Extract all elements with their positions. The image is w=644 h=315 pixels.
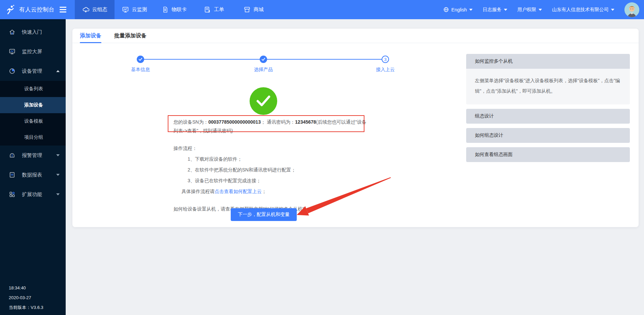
step-basic-info: 基本信息 <box>131 56 150 73</box>
sidebar-item-label: 设备管理 <box>22 68 50 74</box>
chevron-down-icon <box>611 9 614 11</box>
menu-label: 日志服务 <box>483 7 502 13</box>
report-document-icon <box>9 171 15 178</box>
sidebar-footer: 18:34:40 2020-03-27 当前版本：V3.6.3 <box>9 283 43 312</box>
device-pie-icon <box>9 68 15 74</box>
monitor-chart-icon <box>122 6 129 13</box>
storefront-icon <box>244 6 251 13</box>
step-check-icon <box>137 56 144 63</box>
nav-tab-label: 云组态 <box>92 6 107 13</box>
nav-tab-label: 云监测 <box>132 6 147 13</box>
flow-step: 2、在软件中把系统分配的SN和通讯密码进行配置； <box>188 165 382 174</box>
sidebar-item-monitor-screen[interactable]: 监控大屏 <box>0 42 66 61</box>
help-item-title[interactable]: 如何监控多个从机 <box>466 54 630 69</box>
page-tabs: 添加设备 批量添加设备 <box>72 29 639 43</box>
tab-add-device[interactable]: 添加设备 <box>80 29 101 43</box>
top-navbar: 有人云控制台 云组态 云监测 <box>0 0 644 19</box>
sidebar-item-device-management[interactable]: 设备管理 <box>0 61 66 81</box>
sidebar-item-extensions[interactable]: 扩展功能 <box>0 185 66 204</box>
sidebar: 快速入门 监控大屏 设备管理 设备列表 添加设备 设备模板 <box>0 19 66 315</box>
nav-tab-work-order[interactable]: 工单 <box>194 0 234 19</box>
flow-step: 3、设备已在软件中配置完成连接； <box>188 176 382 185</box>
current-date: 2020-03-27 <box>9 293 43 303</box>
alarm-bell-icon <box>9 152 15 159</box>
version-line: 当前版本：V3.6.3 <box>9 303 43 312</box>
navbar-right: English 日志服务 用户权限 山东有人信息技术有限公司 <box>443 0 644 19</box>
sidebar-item-label: 报警管理 <box>22 152 50 159</box>
device-sn-value: 00037785000000000013 <box>208 119 261 125</box>
tab-label: 批量添加设备 <box>114 32 147 39</box>
help-item-body: 左侧菜单选择"设备模板"进入设备模板列表，选择"设备模板"，点击"编辑"，点击"… <box>466 69 630 104</box>
globe-icon <box>443 7 449 12</box>
sidebar-item-device-template[interactable]: 设备模板 <box>0 113 66 129</box>
chevron-down-icon <box>504 9 507 11</box>
chevron-down-icon <box>56 154 60 156</box>
step-connect-cloud: 3 接入上云 <box>376 56 395 73</box>
nav-tab-mall[interactable]: 商城 <box>234 0 273 19</box>
brand-logo[interactable]: 有人云控制台 <box>0 0 75 19</box>
device-sn-info: 您的设备SN为：00037785000000000013； 通讯密码为：1234… <box>173 118 368 135</box>
log-service-menu[interactable]: 日志服务 <box>483 7 507 13</box>
step-label: 基本信息 <box>131 67 150 73</box>
device-management-submenu: 设备列表 添加设备 设备模板 项目分组 <box>0 81 66 146</box>
sidebar-subitem-label: 项目分组 <box>24 134 43 140</box>
nav-tab-label: 商城 <box>254 6 264 13</box>
language-label: English <box>451 7 467 12</box>
chevron-down-icon <box>56 174 60 176</box>
big-screen-icon <box>9 48 15 55</box>
sidebar-subitem-label: 设备列表 <box>24 86 43 92</box>
next-step-button[interactable]: 下一步，配置从机和变量 <box>231 208 297 221</box>
nav-tab-iot-sim[interactable]: 物联卡 <box>154 0 194 19</box>
operation-flow: 操作流程： 1、下载对应设备的软件； 2、在软件中把系统分配的SN和通讯密码进行… <box>173 144 382 213</box>
chevron-down-icon <box>56 193 60 195</box>
language-menu[interactable]: English <box>443 7 473 12</box>
extensions-grid-icon <box>9 191 15 198</box>
chevron-down-icon <box>539 9 542 11</box>
usr-running-man-logo-icon <box>5 5 15 15</box>
sidebar-subitem-label: 添加设备 <box>24 102 43 108</box>
config-cloud-help-link[interactable]: 点击查看如何配置上云 <box>215 189 262 194</box>
nav-tab-cloud-scada[interactable]: 云组态 <box>75 0 115 19</box>
sim-card-icon <box>162 6 169 13</box>
sidebar-item-label: 数据报表 <box>22 172 50 178</box>
sidebar-item-label: 扩展功能 <box>22 191 50 198</box>
company-account-menu[interactable]: 山东有人信息技术有限公司 <box>552 7 614 13</box>
menu-label: 山东有人信息技术有限公司 <box>552 7 609 13</box>
menu-toggle-icon[interactable] <box>60 7 66 12</box>
step-select-product: 选择产品 <box>254 56 273 73</box>
nav-tabs: 云组态 云监测 物联卡 <box>75 0 273 19</box>
work-order-icon <box>204 6 211 13</box>
tab-batch-add-device[interactable]: 批量添加设备 <box>114 29 147 43</box>
sidebar-item-quick-start[interactable]: 快速入门 <box>0 22 66 42</box>
avatar[interactable] <box>624 2 639 17</box>
flow-title: 操作流程： <box>173 144 382 153</box>
help-item-view-scada-screen: 如何查看组态画面 <box>466 147 630 162</box>
home-icon <box>9 29 15 35</box>
menu-label: 用户权限 <box>517 7 536 13</box>
sidebar-item-add-device[interactable]: 添加设备 <box>0 97 66 113</box>
nav-tab-label: 物联卡 <box>172 6 187 13</box>
sidebar-item-label: 监控大屏 <box>22 49 60 55</box>
clock-time: 18:34:40 <box>9 283 43 293</box>
help-item-title[interactable]: 如何组态设计 <box>466 128 630 143</box>
help-item-title[interactable]: 如何查看组态画面 <box>466 147 630 162</box>
step-number: 3 <box>382 56 389 63</box>
sidebar-subitem-label: 设备模板 <box>24 118 43 124</box>
cloud-icon <box>82 6 89 13</box>
help-item-how-to-scada-design: 如何组态设计 <box>466 128 630 143</box>
nav-tab-cloud-monitor[interactable]: 云监测 <box>115 0 154 19</box>
comm-password-value: 12345678 <box>295 119 316 125</box>
user-permission-menu[interactable]: 用户权限 <box>517 7 542 13</box>
sidebar-item-project-group[interactable]: 项目分组 <box>0 129 66 146</box>
main-content: 添加设备 批量添加设备 基本信息 选择产品 3 接入上云 <box>66 19 644 315</box>
sidebar-item-data-report[interactable]: 数据报表 <box>0 165 66 185</box>
sidebar-item-alarm-management[interactable]: 报警管理 <box>0 146 66 165</box>
success-check-icon <box>250 87 277 115</box>
step-label: 接入上云 <box>376 67 395 73</box>
sidebar-item-device-list[interactable]: 设备列表 <box>0 81 66 97</box>
help-item-title[interactable]: 组态设计 <box>466 109 630 124</box>
tab-label: 添加设备 <box>80 32 101 39</box>
chevron-up-icon <box>56 70 60 72</box>
app-title: 有人云控制台 <box>19 6 55 13</box>
chevron-down-icon <box>469 9 473 11</box>
